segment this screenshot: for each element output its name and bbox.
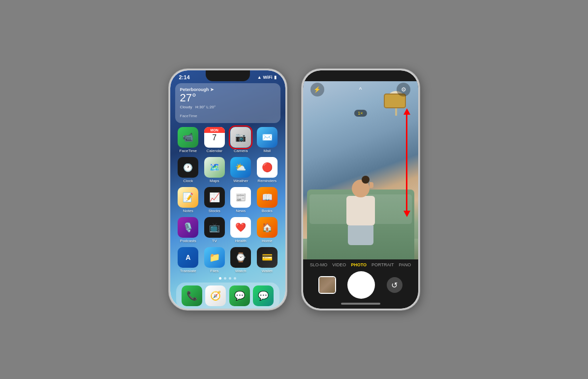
app-tv[interactable]: 📺 TV [204,217,225,243]
phones-container: 2:14 ▲ WiFi ▮ Peterborough ➤ 27° Cloudy … [169,69,420,310]
facetime-label: FaceTime [180,149,197,153]
app-mail[interactable]: ✉️ Mail [257,127,278,153]
watch-glyph: ⌚ [235,252,246,263]
calendar-day-num: 7 [212,133,217,142]
app-wallet[interactable]: 💳 Wallet [257,247,278,273]
app-books[interactable]: 📖 Books [257,187,278,213]
mute-button[interactable] [169,105,170,116]
flash-icon: ⚡ [313,86,321,93]
mode-selector: SLO-MO VIDEO PHOTO PORTRAIT PANO [303,259,418,269]
weather-widget[interactable]: Peterborough ➤ 27° Cloudy H:30° L:20° Fa… [175,83,280,123]
safari-glyph: 🧭 [210,290,221,301]
child-torso [346,196,375,225]
arrow-head-up [403,108,410,115]
photo-thumbnail[interactable] [318,276,336,294]
stocks-label: Stocks [209,209,220,213]
camera-viewfinder [303,81,418,268]
app-maps[interactable]: 🗺️ Maps [204,157,225,183]
camera-power[interactable] [419,127,420,154]
dot-2 [224,277,226,280]
camera-icon: 📷 [230,127,251,148]
notes-icon: 📝 [178,187,198,208]
app-reminders[interactable]: 🔴 Reminders [257,157,278,183]
dock-messages[interactable]: 💬 [229,285,250,306]
app-facetime[interactable]: 📹 FaceTime [178,127,198,153]
mode-portrait[interactable]: PORTRAIT [371,262,394,267]
camera-top-center: ^ [359,86,362,93]
home-label: Home [262,239,272,243]
dot-4 [234,277,236,280]
app-clock[interactable]: 🕐 Clock [178,157,198,183]
app-home[interactable]: 🏠 Home [257,217,278,243]
camera-bottom: SLO-MO VIDEO PHOTO PORTRAIT PANO ↺ [303,259,418,309]
facetime-glyph: 📹 [183,132,193,143]
mode-pano[interactable]: PANO [399,262,411,267]
clock-glyph: 🕐 [183,163,193,172]
messages-glyph: 💬 [234,290,245,301]
phone-icon: 📞 [182,285,202,306]
status-time: 2:14 [179,74,190,80]
mode-photo[interactable]: PHOTO [351,262,367,267]
child-head [352,180,370,197]
volume-down-button[interactable] [169,142,170,158]
flip-icon: ↺ [391,281,398,290]
health-icon: ❤️ [230,217,251,238]
podcasts-icon: 🎙️ [178,217,198,238]
safari-icon: 🧭 [205,285,226,306]
shutter-button[interactable] [347,271,375,299]
books-label: Books [262,209,273,213]
weather-label: FaceTime [180,114,197,118]
flip-camera-button[interactable]: ↺ [387,277,402,293]
app-translate[interactable]: A Translate [178,247,198,273]
tv-icon: 📺 [204,217,225,238]
chevron-up-icon: ^ [359,86,362,93]
wifi-icon: WiFi [263,75,273,80]
app-camera[interactable]: 📷 Camera [230,127,251,153]
mode-video[interactable]: VIDEO [332,262,346,267]
dock-safari[interactable]: 🧭 [205,285,226,306]
phone-homescreen: 2:14 ▲ WiFi ▮ Peterborough ➤ 27° Cloudy … [169,69,287,310]
facetime-icon: 📹 [178,127,198,148]
stocks-icon: 📈 [204,187,225,208]
app-news[interactable]: 📰 News [230,187,251,213]
child-hair-bun [362,176,370,184]
reminders-icon: 🔴 [257,157,278,178]
weather-icon: ⛅ [230,157,251,178]
camera-volume-up[interactable] [302,129,303,145]
mail-label: Mail [263,149,271,153]
zoom-arrow [403,108,410,217]
news-label: News [236,209,246,213]
maps-icon: 🗺️ [204,157,225,178]
app-calendar[interactable]: MON 7 Calendar [204,127,225,153]
files-icon: 📁 [204,247,225,268]
homescreen: 2:14 ▲ WiFi ▮ Peterborough ➤ 27° Cloudy … [170,70,285,309]
power-button[interactable] [286,127,287,154]
reminders-glyph: 🔴 [262,162,273,173]
maps-glyph: 🗺️ [209,162,220,173]
translate-glyph: A [186,253,190,261]
app-row-1: 📹 FaceTime MON 7 Calendar 📷 [170,125,285,155]
app-notes[interactable]: 📝 Notes [178,187,198,213]
dock-phone[interactable]: 📞 [182,285,202,306]
maps-label: Maps [210,179,219,183]
podcasts-label: Podcasts [180,239,196,243]
calendar-day-name: MON [204,127,225,133]
volume-up-button[interactable] [169,120,170,135]
settings-button[interactable]: ⚙ [397,83,410,96]
app-podcasts[interactable]: 🎙️ Podcasts [178,217,198,243]
camera-volume-down[interactable] [302,152,303,167]
flash-button[interactable]: ⚡ [310,83,324,96]
status-icons: ▲ WiFi ▮ [257,75,277,80]
app-watch[interactable]: ⌚ Watch [230,247,251,273]
camera-screen: ⚡ ^ ⚙ 1× SLO-MO VIDEO PHOTO [303,70,418,309]
app-weather[interactable]: ⛅ Weather [230,157,251,183]
thumbnail-preview [319,277,335,293]
dock-whatsapp[interactable]: 💬 [253,285,274,306]
camera-background [303,81,418,268]
tv-glyph: 📺 [209,222,220,233]
zoom-indicator[interactable]: 1× [354,110,367,117]
app-health[interactable]: ❤️ Health [230,217,251,243]
app-files[interactable]: 📁 Files [204,247,225,273]
app-stocks[interactable]: 📈 Stocks [204,187,225,213]
mode-slomo[interactable]: SLO-MO [310,262,328,267]
